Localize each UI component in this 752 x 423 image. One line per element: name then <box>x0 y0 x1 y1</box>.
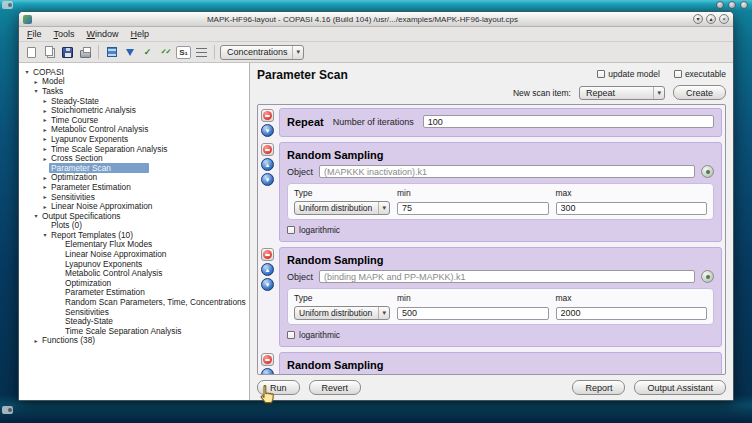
remove-item-button[interactable] <box>261 248 274 261</box>
expander-icon[interactable]: ▸ <box>32 337 40 344</box>
output-assistant-button[interactable]: Output Assistant <box>634 380 726 395</box>
tree-item-linear-noise-approximation[interactable]: ▸Linear Noise Approximation <box>21 201 249 211</box>
executable-checkbox[interactable] <box>674 70 682 78</box>
panel-icon[interactable] <box>728 1 736 9</box>
object-input[interactable] <box>319 165 695 178</box>
expander-icon[interactable]: ▸ <box>41 116 49 123</box>
tree-item-steady-state[interactable]: ▸Steady-State <box>21 96 249 106</box>
import-icon[interactable] <box>122 45 137 60</box>
move-down-button[interactable]: ▼ <box>261 124 274 137</box>
tree-item-cross-section[interactable]: ▸Cross Section <box>21 153 249 163</box>
menu-help[interactable]: Help <box>126 28 155 40</box>
expander-icon[interactable]: ▾ <box>32 212 40 219</box>
close-button[interactable]: × <box>719 14 729 24</box>
toolbar-separator <box>214 45 215 59</box>
tree-item-functions[interactable]: ▸Functions (38) <box>21 336 249 346</box>
expander-icon[interactable]: ▸ <box>41 174 49 181</box>
run-button[interactable]: Run <box>257 380 300 395</box>
new-scan-item-combo[interactable]: Repeat ▾ <box>579 86 665 100</box>
revert-button[interactable]: Revert <box>309 380 362 395</box>
expander-icon[interactable]: ▸ <box>41 193 49 200</box>
apply-icon[interactable]: ✓ <box>140 45 155 60</box>
tree-item-tasks[interactable]: ▾Tasks <box>21 86 249 96</box>
iterations-input[interactable] <box>423 115 714 128</box>
expander-icon[interactable]: ▸ <box>41 183 49 190</box>
tree-item-copasi[interactable]: ▾COPASI <box>21 67 249 77</box>
update-model-checkbox[interactable] <box>597 70 605 78</box>
tree-item-time-scale-separation-analysis[interactable]: ▸Time Scale Separation Analysis <box>21 144 249 154</box>
tree-item-rt-sensitivities[interactable]: Sensitivities <box>21 307 249 317</box>
remove-item-button[interactable] <box>261 353 274 366</box>
tree-item-metabolic-control-analysis[interactable]: ▸Metabolic Control Analysis <box>21 125 249 135</box>
tree-item-output-specifications[interactable]: ▾Output Specifications <box>21 211 249 221</box>
expander-icon[interactable]: ▾ <box>23 68 31 75</box>
move-up-button[interactable]: ▲ <box>261 368 274 375</box>
tree-item-rt-optimization[interactable]: Optimization <box>21 278 249 288</box>
max-input[interactable] <box>556 307 708 320</box>
tree-item-rt-random-scan[interactable]: Random Scan Parameters, Time, Concentrat… <box>21 297 249 307</box>
distribution-combo[interactable]: Uniform distribution ▾ <box>294 201 390 215</box>
expander-icon[interactable]: ▾ <box>41 231 49 238</box>
move-down-button[interactable]: ▼ <box>261 173 274 186</box>
remove-item-button[interactable] <box>261 109 274 122</box>
expander-icon[interactable]: ▸ <box>41 126 49 133</box>
move-up-button[interactable]: ▲ <box>261 263 274 276</box>
create-button[interactable]: Create <box>673 85 726 100</box>
move-up-button[interactable]: ▲ <box>261 158 274 171</box>
panel-icon[interactable] <box>740 1 748 9</box>
tree-item-rt-elementary-flux-modes[interactable]: Elementary Flux Modes <box>21 240 249 250</box>
tree-item-parameter-estimation[interactable]: ▸Parameter Estimation <box>21 182 249 192</box>
max-input[interactable] <box>556 202 708 215</box>
remove-item-button[interactable] <box>261 143 274 156</box>
quantity-unit-combo[interactable]: Concentrations ▾ <box>220 45 304 60</box>
tree-item-model[interactable]: ▸Model <box>21 77 249 87</box>
print-icon[interactable] <box>78 45 93 60</box>
logarithmic-checkbox[interactable] <box>287 226 295 234</box>
menu-window[interactable]: Window <box>82 28 124 40</box>
select-object-button[interactable] <box>701 165 714 178</box>
tree-item-rt-time-scale-separation-analysis[interactable]: Time Scale Separation Analysis <box>21 326 249 336</box>
menu-file[interactable]: File <box>22 28 47 40</box>
min-input[interactable] <box>397 202 549 215</box>
tree-item-rt-parameter-estimation[interactable]: Parameter Estimation <box>21 288 249 298</box>
menu-tools[interactable]: Tools <box>49 28 80 40</box>
expander-icon[interactable]: ▸ <box>41 155 49 162</box>
expander-icon[interactable]: ▾ <box>32 87 40 94</box>
panel-icon[interactable] <box>716 1 724 9</box>
tree-item-parameter-scan[interactable]: Parameter Scan <box>21 163 249 173</box>
tree-item-optimization[interactable]: ▸Optimization <box>21 173 249 183</box>
open-file-icon[interactable] <box>42 45 57 60</box>
species-icon[interactable]: S₁ <box>176 46 191 59</box>
report-button[interactable]: Report <box>572 380 625 395</box>
expander-icon[interactable]: ▸ <box>41 145 49 152</box>
maximize-button[interactable]: ▴ <box>706 14 716 24</box>
select-object-button[interactable] <box>701 270 714 283</box>
tree-item-sensitivities[interactable]: ▸Sensitivities <box>21 192 249 202</box>
distribution-combo[interactable]: Uniform distribution ▾ <box>294 306 390 320</box>
tree-item-plots[interactable]: Plots (0) <box>21 221 249 231</box>
tree-item-report-templates[interactable]: ▾Report Templates (10) <box>21 230 249 240</box>
min-input[interactable] <box>397 307 549 320</box>
logarithmic-checkbox[interactable] <box>287 331 295 339</box>
sliders-icon[interactable] <box>194 45 209 60</box>
expander-icon[interactable]: ▸ <box>41 97 49 104</box>
commit-icon[interactable]: ✓✓ <box>158 45 173 60</box>
tree-item-stoichiometric-analysis[interactable]: ▸Stoichiometric Analysis <box>21 105 249 115</box>
tree-item-rt-metabolic-control-analysis[interactable]: Metabolic Control Analysis <box>21 268 249 278</box>
expander-icon[interactable]: ▸ <box>41 135 49 142</box>
shade-button[interactable]: ▾ <box>693 14 703 24</box>
tree-item-time-course[interactable]: ▸Time Course <box>21 115 249 125</box>
titlebar[interactable]: MAPK-HF96-layout - COPASI 4.16 (Build 10… <box>19 12 733 27</box>
expander-icon[interactable]: ▸ <box>41 107 49 114</box>
new-file-icon[interactable] <box>24 45 39 60</box>
tree-item-rt-lyapunov-exponents[interactable]: Lyapunov Exponents <box>21 259 249 269</box>
save-icon[interactable] <box>60 45 75 60</box>
object-input[interactable] <box>319 270 695 283</box>
move-down-button[interactable]: ▼ <box>261 278 274 291</box>
tree-item-rt-linear-noise-approximation[interactable]: Linear Noise Approximation <box>21 249 249 259</box>
expander-icon[interactable]: ▸ <box>41 203 49 210</box>
tree-item-rt-steady-state[interactable]: Steady-State <box>21 316 249 326</box>
expander-icon[interactable]: ▸ <box>32 78 40 85</box>
export-icon[interactable] <box>104 45 119 60</box>
tree-item-lyapunov-exponents[interactable]: ▸Lyapunov Exponents <box>21 134 249 144</box>
